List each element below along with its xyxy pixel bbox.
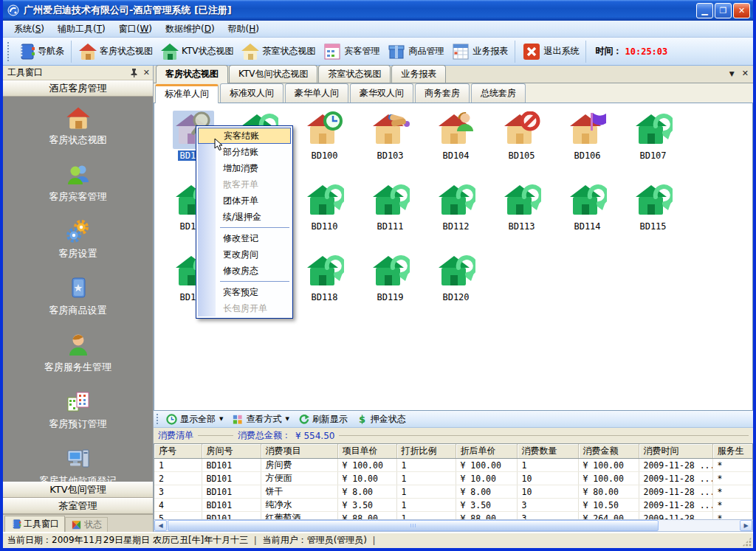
table-row-4[interactable]: 4BD101纯净水¥ 3.501¥ 3.503¥ 10.502009-11-28…	[154, 499, 753, 512]
column-header[interactable]: 服务生	[712, 444, 753, 459]
toolbar-button-house-red[interactable]: 客房状态视图	[75, 40, 157, 63]
sidebar-tab-tools[interactable]: 工具窗口	[4, 516, 65, 532]
waiter-person-icon	[66, 333, 91, 358]
room-BD104[interactable]: BD104	[423, 111, 489, 181]
actionbar-button-3[interactable]: 刷新显示	[294, 412, 352, 427]
room-BD103[interactable]: BD103	[357, 111, 423, 181]
close-icon[interactable]: ✕	[143, 68, 150, 77]
menu-item-h[interactable]: 帮助(H)	[221, 21, 266, 38]
close-icon[interactable]: ✕	[742, 69, 749, 78]
room-BD100[interactable]: BD100	[292, 111, 357, 181]
column-header[interactable]: 房间号	[202, 444, 261, 459]
scrollbar-thumb[interactable]	[168, 520, 659, 531]
context-menu-item-10[interactable]: 修改房态	[198, 263, 291, 279]
tab-roomtype-4[interactable]: 豪华双人间	[350, 83, 413, 103]
tab-roomtype-5[interactable]: 商务套房	[415, 83, 470, 103]
horizontal-scrollbar[interactable]: ◀ ▶	[154, 519, 753, 532]
room-BD110[interactable]: BD110	[292, 181, 357, 252]
sidebar-section-ktv[interactable]: KTV包间管理	[3, 482, 153, 498]
table-row-5[interactable]: 5BD101红葡萄酒¥ 88.001¥ 88.003¥ 264.002009-1…	[154, 512, 753, 520]
sidebar-item-5[interactable]: 客房服务生管理	[44, 333, 111, 374]
table-cell: ¥ 10.00	[337, 472, 396, 485]
column-header[interactable]: 项目单价	[337, 444, 396, 459]
context-menu-item-3[interactable]: 增加消费	[198, 160, 291, 176]
column-header[interactable]: 序号	[154, 444, 202, 459]
sidebar-section-hotel-rooms[interactable]: 酒店客房管理	[3, 80, 153, 97]
consumption-header: 消费清单 消费总金额： ¥ 554.50	[154, 428, 753, 443]
room-BD114[interactable]: BD114	[554, 181, 620, 252]
column-header[interactable]: 打折比例	[396, 444, 456, 459]
room-BD111[interactable]: BD111	[357, 181, 423, 252]
sidebar-item-3[interactable]: 客房设置	[59, 219, 97, 260]
menu-item-w[interactable]: 窗口(W)	[112, 21, 159, 38]
sidebar-item-4[interactable]: 客房商品设置	[49, 276, 107, 317]
tab-roomtype-6[interactable]: 总统套房	[471, 83, 526, 103]
actionbar-button-1[interactable]: 显示全部▼	[162, 412, 227, 427]
table-row-2[interactable]: 2BD101方便面¥ 10.001¥ 10.0010¥ 100.002009-1…	[154, 472, 753, 485]
menu-item-d[interactable]: 数据维护(D)	[159, 21, 221, 38]
sidebar-item-2[interactable]: 客房宾客管理	[49, 162, 107, 204]
context-menu-item-8[interactable]: 修改登记	[198, 230, 291, 246]
tab-roomtype-2[interactable]: 标准双人间	[220, 83, 284, 103]
toolbar-button-exit-x[interactable]: 退出系统	[518, 40, 583, 63]
context-menu-item-5[interactable]: 团体开单	[198, 193, 291, 209]
menu-item-t[interactable]: 辅助工具(T)	[51, 21, 112, 38]
context-menu-item-12[interactable]: 宾客预定	[198, 284, 291, 300]
sidebar-section-tea[interactable]: 茶室管理	[3, 498, 153, 514]
tab-view-4[interactable]: 业务报表	[391, 65, 446, 83]
actionbar-button-4[interactable]: $押金状态	[352, 412, 410, 427]
room-BD115[interactable]: BD115	[620, 181, 686, 252]
toolbar-button-guest-panel[interactable]: 宾客管理	[319, 40, 383, 63]
tab-roomtype-3[interactable]: 豪华单人间	[285, 83, 348, 103]
sidebar-item-6[interactable]: 客房预订管理	[49, 389, 107, 431]
context-menu-item-1[interactable]: 宾客结账	[198, 128, 291, 144]
toolbar-button-house-tan[interactable]: 茶室状态视图	[237, 40, 319, 63]
column-header[interactable]: 消费时间	[639, 444, 712, 459]
column-header[interactable]: 消费数量	[517, 444, 578, 459]
room-BD106[interactable]: BD106	[554, 111, 620, 181]
context-menu-item-6[interactable]: 续/退押金	[198, 209, 291, 225]
room-BD105[interactable]: BD105	[489, 111, 554, 181]
toolbar-button-report-sheet[interactable]: 业务报表	[447, 40, 512, 63]
sidebar-item-7[interactable]: 客房其他款项登记	[40, 446, 117, 482]
maximize-button[interactable]: ❐	[715, 3, 732, 18]
room-BD113[interactable]: BD113	[489, 181, 554, 252]
sidebar-item-1[interactable]: 客房状态视图	[49, 105, 107, 147]
column-header[interactable]: 折后单价	[456, 444, 517, 459]
table-row-1[interactable]: 1BD101房间费¥ 100.001¥ 100.001¥ 100.002009-…	[154, 459, 753, 472]
toolbar-button-navigator-book[interactable]: 导航条	[13, 40, 68, 63]
room-BD107[interactable]: BD107	[620, 111, 686, 181]
main-toolbar: 导航条客房状态视图KTV状态视图茶室状态视图宾客管理商品管理业务报表退出系统时间…	[3, 38, 753, 66]
tab-view-2[interactable]: KTV包间状态视图	[229, 65, 317, 83]
room-BD112[interactable]: BD112	[423, 181, 489, 252]
room-BD120[interactable]: BD120	[423, 252, 489, 323]
resize-grip[interactable]	[742, 537, 752, 547]
context-menu-item-9[interactable]: 更改房间	[198, 246, 291, 263]
tab-view-3[interactable]: 茶室状态视图	[318, 65, 391, 83]
context-menu-item-2[interactable]: 部分结账	[198, 144, 291, 160]
column-header[interactable]: 消费金额	[578, 444, 639, 459]
column-header[interactable]: 消费项目	[261, 444, 337, 459]
table-cell: *	[712, 499, 753, 512]
context-menu: 宾客结账部分结账增加消费散客开单团体开单续/退押金修改登记更改房间修改房态宾客预…	[196, 125, 293, 319]
actionbar-button-2[interactable]: 查看方式▼	[227, 412, 293, 427]
tab-view-1[interactable]: 客房状态视图	[156, 65, 228, 83]
toolbar-grip[interactable]	[7, 41, 10, 62]
scroll-left-icon[interactable]: ◀	[154, 520, 167, 531]
toolbar-button-house-green[interactable]: KTV状态视图	[157, 40, 237, 63]
pin-icon[interactable]	[129, 68, 139, 77]
exit-x-icon	[522, 42, 541, 61]
sidebar-tab-status[interactable]: 状态	[65, 517, 108, 532]
scrollbar-track[interactable]	[659, 520, 740, 531]
table-row-3[interactable]: 3BD101饼干¥ 8.001¥ 8.0010¥ 80.002009-11-28…	[154, 485, 753, 499]
room-BD118[interactable]: BD118	[292, 252, 357, 323]
close-button[interactable]: ✕	[733, 3, 750, 18]
menu-item-s[interactable]: 系统(S)	[7, 21, 51, 38]
room-BD119[interactable]: BD119	[357, 252, 423, 323]
chevron-down-icon[interactable]: ▼	[729, 70, 735, 77]
toolbar-button-goods-box[interactable]: 商品管理	[383, 40, 447, 63]
actionbar-grip[interactable]	[156, 413, 159, 425]
minimize-button[interactable]: ▁	[696, 3, 713, 18]
tab-roomtype-1[interactable]: 标准单人间	[155, 84, 219, 103]
scroll-right-icon[interactable]: ▶	[740, 520, 752, 531]
